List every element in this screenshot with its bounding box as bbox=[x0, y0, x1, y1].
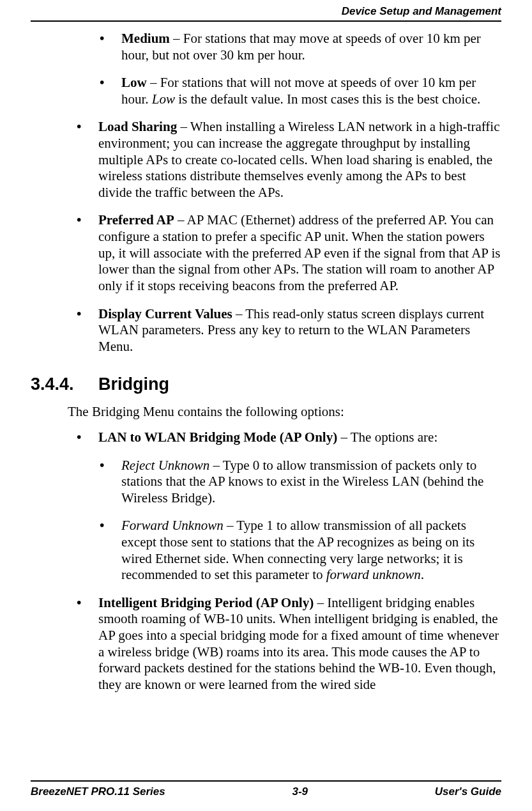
footer-left: BreezeNET PRO.11 Series bbox=[31, 785, 165, 798]
sep: – bbox=[232, 306, 246, 321]
term: Medium bbox=[121, 31, 170, 46]
sep: – bbox=[174, 212, 187, 228]
term: Display Current Values bbox=[98, 306, 232, 321]
sep: – bbox=[224, 518, 237, 533]
text: The options are: bbox=[351, 429, 437, 445]
list-item: Forward Unknown – Type 1 to allow transm… bbox=[84, 518, 501, 583]
continued-sub-bullets: Medium – For stations that may move at s… bbox=[31, 31, 501, 107]
body-area: Medium – For stations that may move at s… bbox=[31, 22, 501, 693]
section-bullets: LAN to WLAN Bridging Mode (AP Only) – Th… bbox=[31, 429, 501, 446]
list-item: Medium – For stations that may move at s… bbox=[84, 31, 501, 63]
list-item: Reject Unknown – Type 0 to allow transmi… bbox=[84, 458, 501, 507]
section-number: 3.4.4. bbox=[31, 374, 98, 395]
list-item: Intelligent Bridging Period (AP Only) – … bbox=[61, 595, 501, 693]
sep: – bbox=[170, 31, 183, 46]
term: Low bbox=[121, 75, 147, 90]
list-item: Low – For stations that will not move at… bbox=[84, 75, 501, 107]
footer: BreezeNET PRO.11 Series 3-9 User's Guide bbox=[31, 780, 501, 798]
sep: – bbox=[314, 595, 327, 610]
text-post: . bbox=[421, 567, 424, 582]
text-post: is the default value. In most cases this… bbox=[175, 91, 480, 107]
term: LAN to WLAN Bridging Mode (AP Only) bbox=[98, 429, 337, 445]
footer-center: 3-9 bbox=[292, 785, 308, 798]
sep: – bbox=[209, 458, 223, 473]
term: Intelligent Bridging Period (AP Only) bbox=[98, 595, 314, 610]
term: Preferred AP bbox=[98, 212, 174, 228]
footer-rule bbox=[31, 780, 501, 782]
footer-row: BreezeNET PRO.11 Series 3-9 User's Guide bbox=[31, 785, 501, 798]
term: Load Sharing bbox=[98, 119, 177, 134]
section-title: Bridging bbox=[98, 375, 169, 394]
section-heading: 3.4.4.Bridging bbox=[31, 374, 501, 395]
section-intro: The Bridging Menu contains the following… bbox=[68, 404, 501, 421]
list-item: Preferred AP – AP MAC (Ethernet) address… bbox=[61, 212, 501, 294]
list-item: Display Current Values – This read-only … bbox=[61, 306, 501, 355]
main-bullets: Load Sharing – When installing a Wireles… bbox=[31, 119, 501, 355]
footer-right: User's Guide bbox=[435, 785, 501, 798]
page: Device Setup and Management Medium – For… bbox=[0, 0, 532, 811]
list-item: Load Sharing – When installing a Wireles… bbox=[61, 119, 501, 201]
term: Reject Unknown bbox=[121, 458, 209, 473]
sep: – bbox=[177, 119, 190, 134]
term: Forward Unknown bbox=[121, 518, 224, 533]
section-sub-bullets: Reject Unknown – Type 0 to allow transmi… bbox=[31, 458, 501, 583]
section-bullets-continued: Intelligent Bridging Period (AP Only) – … bbox=[31, 595, 501, 693]
text-italic: Low bbox=[152, 91, 175, 107]
text-italic: forward unknown bbox=[326, 567, 421, 582]
running-header: Device Setup and Management bbox=[31, 0, 501, 20]
sep: – bbox=[147, 75, 160, 90]
list-item: LAN to WLAN Bridging Mode (AP Only) – Th… bbox=[61, 429, 501, 446]
sep: – bbox=[337, 429, 351, 445]
